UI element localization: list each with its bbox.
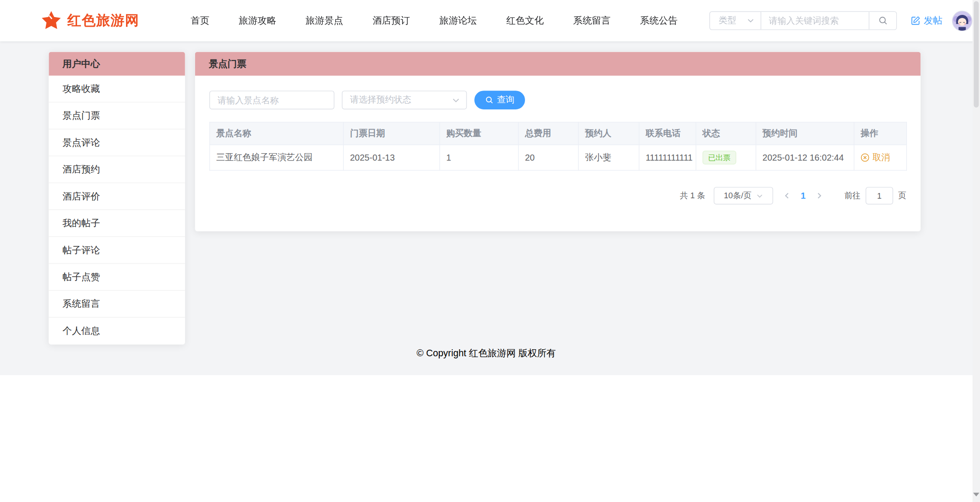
vertical-scrollbar[interactable] <box>973 0 980 502</box>
sidebar-item-my-posts[interactable]: 我的帖子 <box>49 210 185 237</box>
nav-item-travel-guides[interactable]: 旅游攻略 <box>239 15 276 27</box>
nav-item-home[interactable]: 首页 <box>191 15 210 27</box>
cell-actions: 取消 <box>854 145 906 171</box>
header-search-group: 类型 <box>709 11 897 30</box>
create-post-label: 发帖 <box>924 15 942 27</box>
nav-item-red-culture[interactable]: 红色文化 <box>506 15 544 27</box>
sidebar-item-attraction-comments[interactable]: 景点评论 <box>49 130 185 156</box>
nav-item-hotel-booking[interactable]: 酒店预订 <box>372 15 410 27</box>
edit-icon <box>910 16 920 26</box>
main-nav: 首页 旅游攻略 旅游景点 酒店预订 旅游论坛 红色文化 系统留言 系统公告 <box>191 15 678 27</box>
user-center-sidebar: 用户中心 攻略收藏 景点门票 景点评论 酒店预约 酒店评价 我的帖子 帖子评论 … <box>49 52 185 345</box>
attraction-tickets-panel: 景点门票 请选择预约状态 查询 <box>195 52 921 232</box>
tickets-table: 景点名称 门票日期 购买数量 总费用 预约人 联系电话 状态 预约时间 操作 <box>210 122 907 171</box>
page-size-value: 10条/页 <box>724 190 752 201</box>
col-booker: 预约人 <box>578 122 639 144</box>
chevron-down-icon <box>747 17 754 25</box>
sidebar-item-post-comments[interactable]: 帖子评论 <box>49 237 185 263</box>
nav-item-attractions[interactable]: 旅游景点 <box>306 15 343 27</box>
status-badge: 已出票 <box>703 151 736 164</box>
sidebar-title: 用户中心 <box>49 52 185 76</box>
create-post-link[interactable]: 发帖 <box>910 15 942 27</box>
sidebar-item-personal-info[interactable]: 个人信息 <box>49 318 185 344</box>
search-type-value: 类型 <box>719 15 736 26</box>
chevron-left-icon <box>783 192 791 200</box>
nav-item-system-messages[interactable]: 系统留言 <box>573 15 611 27</box>
keyword-search-input[interactable] <box>761 12 869 29</box>
booking-status-select[interactable]: 请选择预约状态 <box>342 91 467 109</box>
col-attraction-name: 景点名称 <box>210 122 343 144</box>
panel-title: 景点门票 <box>195 52 921 76</box>
sidebar-item-post-likes[interactable]: 帖子点赞 <box>49 264 185 291</box>
sidebar-item-guide-favorites[interactable]: 攻略收藏 <box>49 76 185 102</box>
copyright-footer: © Copyright 红色旅游网 版权所有 <box>0 348 973 359</box>
cell-phone: 11111111111 <box>639 145 696 171</box>
query-button-label: 查询 <box>497 95 514 106</box>
col-total-cost: 总费用 <box>518 122 578 144</box>
chevron-down-icon <box>756 192 763 199</box>
pagination-total: 共 1 条 <box>680 190 705 201</box>
search-icon <box>878 16 888 26</box>
top-navigation-bar: 红色旅游网 首页 旅游攻略 旅游景点 酒店预订 旅游论坛 红色文化 系统留言 系… <box>0 0 980 41</box>
viewport: 红色旅游网 首页 旅游攻略 旅游景点 酒店预订 旅游论坛 红色文化 系统留言 系… <box>0 0 980 502</box>
sidebar-item-attraction-tickets[interactable]: 景点门票 <box>49 102 185 129</box>
sidebar-item-hotel-reservations[interactable]: 酒店预约 <box>49 156 185 183</box>
scrollbar-thumb[interactable] <box>974 1 979 108</box>
page: 红色旅游网 首页 旅游攻略 旅游景点 酒店预订 旅游论坛 红色文化 系统留言 系… <box>0 0 980 502</box>
cell-ticket-date: 2025-01-13 <box>343 145 440 171</box>
table-header-row: 景点名称 门票日期 购买数量 总费用 预约人 联系电话 状态 预约时间 操作 <box>210 122 906 144</box>
search-type-select[interactable]: 类型 <box>710 12 761 29</box>
page-size-select[interactable]: 10条/页 <box>714 187 774 204</box>
cell-booker: 张小斐 <box>578 145 639 171</box>
chevron-down-icon <box>452 96 460 104</box>
cell-status: 已出票 <box>696 145 756 171</box>
pagination: 共 1 条 10条/页 1 <box>210 187 906 204</box>
next-page-button[interactable] <box>816 192 823 200</box>
chevron-right-icon <box>816 192 823 200</box>
sidebar-item-hotel-reviews[interactable]: 酒店评价 <box>49 183 185 210</box>
cell-quantity: 1 <box>440 145 518 171</box>
goto-page-label: 前往 <box>844 190 861 201</box>
header-search-button[interactable] <box>869 12 896 29</box>
panel-body: 请选择预约状态 查询 <box>195 76 921 204</box>
attraction-name-input[interactable] <box>210 91 335 109</box>
page-number-1[interactable]: 1 <box>801 191 805 201</box>
cell-attraction-name: 三亚红色娘子军演艺公园 <box>210 145 343 171</box>
nav-item-forum[interactable]: 旅游论坛 <box>439 15 477 27</box>
col-status: 状态 <box>696 122 756 144</box>
col-actions: 操作 <box>854 122 906 144</box>
site-logo[interactable]: 红色旅游网 <box>40 9 139 32</box>
col-ticket-date: 门票日期 <box>343 122 440 144</box>
cancel-ticket-button[interactable]: 取消 <box>861 151 890 163</box>
scroll-down-arrow-icon[interactable] <box>973 493 979 497</box>
col-quantity: 购买数量 <box>440 122 518 144</box>
filter-row: 请选择预约状态 查询 <box>210 91 906 109</box>
col-booking-time: 预约时间 <box>756 122 854 144</box>
cancel-ticket-label: 取消 <box>872 151 890 163</box>
table-row: 三亚红色娘子军演艺公园 2025-01-13 1 20 张小斐 11111111… <box>210 145 906 171</box>
col-phone: 联系电话 <box>639 122 696 144</box>
sidebar-item-system-messages[interactable]: 系统留言 <box>49 291 185 317</box>
booking-status-placeholder: 请选择预约状态 <box>350 95 411 106</box>
goto-page-suffix: 页 <box>898 190 906 201</box>
query-button[interactable]: 查询 <box>474 91 525 109</box>
header-right-tools: 类型 发帖 <box>709 11 972 31</box>
goto-page-input[interactable] <box>866 187 893 204</box>
nav-item-announcements[interactable]: 系统公告 <box>640 15 678 27</box>
search-icon <box>485 96 494 105</box>
site-title: 红色旅游网 <box>67 11 139 30</box>
cell-booking-time: 2025-01-12 16:02:44 <box>756 145 854 171</box>
prev-page-button[interactable] <box>783 192 791 200</box>
user-avatar[interactable] <box>952 11 973 31</box>
circle-close-icon <box>861 153 869 161</box>
star-icon <box>40 9 62 32</box>
cell-total-cost: 20 <box>518 145 578 171</box>
